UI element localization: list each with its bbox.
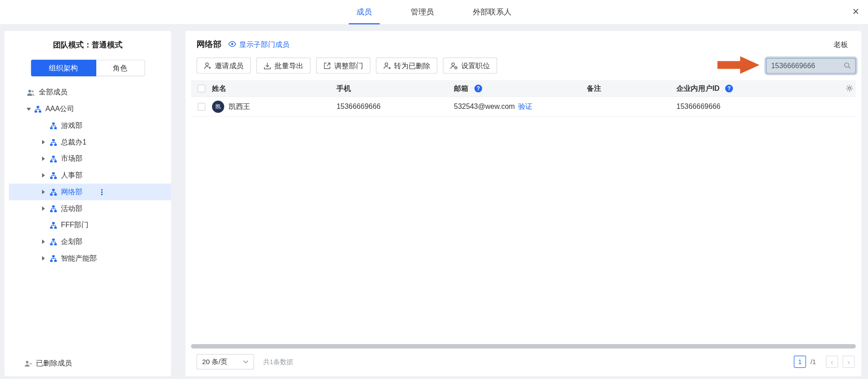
person-remove-icon xyxy=(24,360,32,367)
member-row: 凯凯西王15366669666532543@wew.com验证153666696… xyxy=(191,97,856,117)
total-count: 共1条数据 xyxy=(263,357,293,366)
column-header: 手机 xyxy=(336,83,454,93)
tab-members[interactable]: 成员 xyxy=(344,0,384,24)
tree-item-label: 人事部 xyxy=(61,170,83,180)
help-icon[interactable]: ? xyxy=(474,84,482,92)
verify-link[interactable]: 验证 xyxy=(518,102,533,112)
member-phone: 15366669666 xyxy=(336,103,454,111)
screen: 成员管理员外部联系人 × 团队模式：普通模式 组织架构 角色 全部成员AAA公司… xyxy=(0,0,868,379)
invite-member-button[interactable]: 邀请成员 xyxy=(197,57,251,74)
eye-icon xyxy=(228,40,236,48)
department-icon xyxy=(50,172,57,179)
show-sub-members-link[interactable]: 显示子部门成员 xyxy=(228,40,289,50)
tree-item-all-members[interactable]: 全部成员 xyxy=(9,84,171,101)
tree-item-label: AAA公司 xyxy=(45,104,74,114)
tree-item-dept-planning[interactable]: 企划部 xyxy=(9,234,171,250)
tree-item-label: 总裁办1 xyxy=(61,137,87,147)
department-tree: 全部成员AAA公司游戏部总裁办1市场部人事部网络部⋮活动部FFF部门企划部智能产… xyxy=(5,84,171,267)
tree-item-dept-hr[interactable]: 人事部 xyxy=(9,167,171,184)
prev-page-button[interactable]: ‹ xyxy=(826,356,838,368)
move-to-deleted-button[interactable]: 转为已删除 xyxy=(376,57,437,74)
select-all-checkbox[interactable] xyxy=(198,84,205,92)
member-name: 凯西王 xyxy=(229,102,250,112)
department-title: 网络部 xyxy=(197,39,222,50)
page-size-value: 20 条/页 xyxy=(202,357,227,366)
members-panel: 网络部 显示子部门成员 老板 邀请成员批量导出调整部门转为已删除设置职位 姓名手… xyxy=(185,31,861,376)
tree-item-dept-network[interactable]: 网络部⋮ xyxy=(9,184,171,201)
column-header: 备注 xyxy=(587,83,676,93)
next-page-button[interactable]: › xyxy=(843,356,855,368)
horizontal-scrollbar[interactable] xyxy=(191,344,856,349)
view-switch: 组织架构 角色 xyxy=(5,60,171,76)
help-icon[interactable]: ? xyxy=(725,84,733,92)
tree-item-label: 网络部 xyxy=(61,187,83,197)
button-label: 批量导出 xyxy=(274,61,303,70)
batch-export-button[interactable]: 批量导出 xyxy=(256,57,311,74)
caret-right-icon[interactable] xyxy=(42,256,50,261)
team-mode-title: 团队模式：普通模式 xyxy=(5,40,171,50)
search-icon[interactable] xyxy=(844,62,851,69)
tree-item-dept-game[interactable]: 游戏部 xyxy=(9,117,171,134)
department-icon xyxy=(50,139,57,146)
caret-right-icon[interactable] xyxy=(42,239,50,244)
caret-down-icon[interactable] xyxy=(27,108,34,110)
button-label: 设置职位 xyxy=(461,61,490,70)
caret-right-icon[interactable] xyxy=(42,140,50,145)
caret-right-icon[interactable] xyxy=(42,173,50,178)
tree-item-dept-fff[interactable]: FFF部门 xyxy=(9,217,171,234)
tab-list: 成员管理员外部联系人 xyxy=(344,0,524,24)
page-total: /1 xyxy=(811,358,816,365)
annotation-arrow xyxy=(717,55,760,75)
members-table: 姓名手机邮箱?备注企业内用户ID? 凯凯西王15366669666532543@… xyxy=(191,80,856,117)
department-icon xyxy=(50,155,57,162)
search-box xyxy=(766,58,856,73)
owner-label: 老板 xyxy=(834,40,848,50)
close-icon[interactable]: × xyxy=(852,5,859,18)
table-header: 姓名手机邮箱?备注企业内用户ID? xyxy=(191,80,856,97)
deleted-members-link[interactable]: 已删除成员 xyxy=(24,358,72,368)
search-input[interactable] xyxy=(771,61,842,70)
tab-admins[interactable]: 管理员 xyxy=(399,0,446,24)
column-header: 姓名 xyxy=(212,83,337,93)
tree-item-label: 全部成员 xyxy=(39,87,68,97)
tree-item-label: 活动部 xyxy=(61,204,83,214)
toolbar: 邀请成员批量导出调整部门转为已删除设置职位 xyxy=(185,52,861,80)
person-setting-icon xyxy=(450,62,458,70)
department-icon xyxy=(50,188,57,196)
button-label: 转为已删除 xyxy=(394,61,430,70)
org-structure-button[interactable]: 组织架构 xyxy=(31,60,96,76)
department-icon xyxy=(50,255,57,262)
tree-item-label: 智能产能部 xyxy=(61,253,97,263)
tree-item-company-aaa[interactable]: AAA公司 xyxy=(9,101,171,117)
tree-item-label: 市场部 xyxy=(61,154,83,164)
tree-item-dept-market[interactable]: 市场部 xyxy=(9,150,171,167)
column-header-label: 邮箱 xyxy=(454,83,468,93)
set-position-button[interactable]: 设置职位 xyxy=(443,57,497,74)
button-label: 调整部门 xyxy=(335,61,363,70)
tree-item-dept-activity[interactable]: 活动部 xyxy=(9,200,171,217)
roles-button[interactable]: 角色 xyxy=(96,60,145,76)
tree-item-dept-president-office-1[interactable]: 总裁办1 xyxy=(9,134,171,150)
table-footer: 20 条/页 共1条数据 1 /1 ‹ › xyxy=(185,348,861,376)
table-body: 凯凯西王15366669666532543@wew.com验证153666696… xyxy=(191,97,856,117)
department-icon xyxy=(50,122,57,129)
deleted-members-label: 已删除成员 xyxy=(36,358,72,368)
department-icon xyxy=(50,238,57,245)
person-plus-icon xyxy=(204,62,212,70)
current-page[interactable]: 1 xyxy=(794,356,806,368)
tab-external-contacts[interactable]: 外部联系人 xyxy=(461,0,524,24)
column-header: 企业内用户ID? xyxy=(676,83,836,93)
adjust-department-button[interactable]: 调整部门 xyxy=(316,57,370,74)
caret-right-icon[interactable] xyxy=(42,206,50,211)
row-checkbox[interactable] xyxy=(198,103,205,110)
column-header-label: 姓名 xyxy=(212,83,226,93)
column-settings-icon[interactable] xyxy=(845,84,854,92)
tree-item-dept-smart-production[interactable]: 智能产能部 xyxy=(9,250,171,267)
column-header-label: 备注 xyxy=(587,83,601,93)
caret-right-icon[interactable] xyxy=(42,157,50,161)
page-size-select[interactable]: 20 条/页 xyxy=(197,354,254,370)
more-options-icon[interactable]: ⋮ xyxy=(98,187,106,197)
member-user-id: 15366669666 xyxy=(676,103,836,111)
caret-right-icon[interactable] xyxy=(42,190,50,194)
avatar: 凯 xyxy=(212,100,224,112)
